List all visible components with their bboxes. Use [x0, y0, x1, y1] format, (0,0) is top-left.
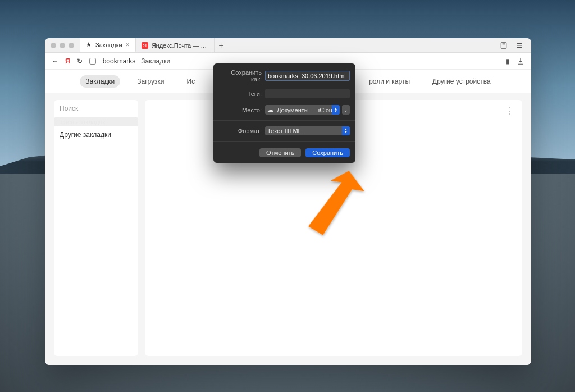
yandex-icon: Я: [142, 42, 148, 49]
filename-input[interactable]: [265, 71, 350, 81]
browser-window: ★ Закладки × Я Яндекс.Почта — беспла + ←…: [45, 38, 531, 365]
tab-title: Яндекс.Почта — беспла: [152, 42, 208, 49]
navtab-bookmarks[interactable]: Закладки: [80, 75, 120, 88]
chevron-updown-icon: ▲▼: [342, 126, 350, 135]
tab-yandex-mail[interactable]: Я Яндекс.Почта — беспла: [136, 38, 215, 52]
tags-input[interactable]: [265, 89, 350, 98]
cancel-button[interactable]: Отменить: [259, 148, 301, 157]
navtab-other-devices[interactable]: Другие устройства: [427, 75, 496, 88]
site-identity-icon[interactable]: [89, 58, 96, 65]
address-path: Закладки: [141, 57, 170, 65]
home-button[interactable]: Я: [65, 57, 70, 65]
reader-icon[interactable]: [500, 42, 508, 49]
format-label: Формат:: [219, 127, 262, 134]
menu-icon[interactable]: [515, 42, 523, 49]
back-button[interactable]: ←: [52, 57, 58, 65]
sidebar-item-other-bookmarks[interactable]: Другие закладки: [54, 126, 138, 143]
address-host: bookmarks: [103, 57, 136, 65]
save-as-label: Сохранить как:: [219, 69, 262, 83]
format-select[interactable]: Текст HTML ▲▼: [265, 126, 350, 135]
sidebar: Поиск Панель закладок Другие закладки: [54, 100, 138, 356]
close-tab-icon[interactable]: ×: [126, 41, 130, 49]
location-select[interactable]: ☁ Документы — iCloud ▲▼: [265, 105, 340, 115]
close-window-icon[interactable]: [51, 43, 56, 48]
more-icon[interactable]: ⋮: [505, 106, 514, 116]
titlebar: ★ Закладки × Я Яндекс.Почта — беспла +: [45, 38, 531, 53]
minimize-window-icon[interactable]: [60, 43, 65, 48]
location-label: Место:: [219, 107, 262, 113]
tags-label: Теги:: [219, 90, 262, 97]
search-input[interactable]: Поиск: [54, 100, 138, 117]
location-value: Документы — iCloud: [277, 107, 336, 113]
tab-title: Закладки: [95, 42, 122, 48]
save-button[interactable]: Сохранить: [305, 148, 350, 157]
sidebar-item-bookmark-bar[interactable]: Панель закладок: [54, 117, 138, 126]
bookmark-icon[interactable]: ▮: [506, 57, 510, 65]
save-dialog: Сохранить как: Теги: Место: ☁ Документы …: [213, 63, 355, 163]
cloud-icon: ☁: [267, 106, 273, 113]
tab-strip: ★ Закладки × Я Яндекс.Почта — беспла +: [80, 38, 500, 52]
navtab-downloads[interactable]: Загрузки: [131, 75, 170, 88]
chevron-updown-icon: ▲▼: [332, 105, 340, 115]
navtab-history-partial[interactable]: Ис: [181, 75, 201, 88]
downloads-icon[interactable]: [517, 57, 524, 65]
zoom-window-icon[interactable]: [69, 43, 74, 48]
tab-bookmarks[interactable]: ★ Закладки ×: [80, 38, 136, 52]
traffic-lights[interactable]: [51, 43, 74, 48]
navtab-passwords-partial[interactable]: роли и карты: [363, 75, 416, 88]
expand-button[interactable]: ⌄: [342, 105, 350, 115]
new-tab-button[interactable]: +: [215, 41, 228, 50]
format-value: Текст HTML: [267, 127, 302, 134]
address-bar[interactable]: bookmarks Закладки: [103, 57, 171, 65]
reload-button[interactable]: ↻: [77, 57, 83, 65]
star-icon: ★: [85, 42, 92, 48]
